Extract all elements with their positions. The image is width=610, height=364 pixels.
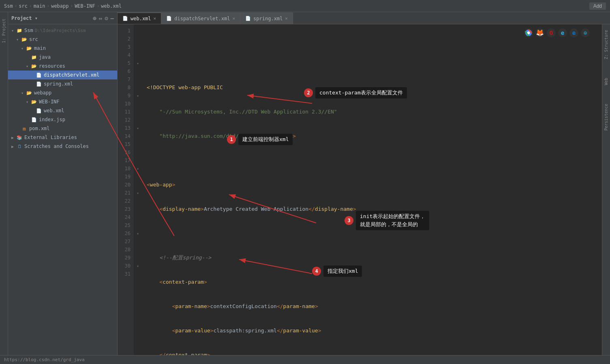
annotation-circle-3: 3 [345,216,353,225]
arrow-resources: ▾ [26,64,31,69]
fold-5[interactable]: ▾ [134,59,142,67]
opera-icon[interactable]: O [547,28,556,37]
tree-label-pom: pom.xml [29,126,50,131]
arrow-webinf: ▾ [26,100,31,104]
tree-item-resources[interactable]: ▾ 📂 resources [8,62,117,71]
fold-18[interactable]: ▾ [134,165,142,173]
tree-item-ssm[interactable]: ▾ 📁 Ssm D:\IdeaProjects\Ssm [8,26,117,35]
web-tab[interactable]: Web [603,75,609,88]
webxml-icon: 📄 [36,107,42,114]
top-bar-right: Add [589,2,606,10]
tab-webxml-icon: 📄 [122,16,128,21]
annotation-4: 4 指定我们xml [312,266,362,277]
ie-icon[interactable]: e [558,28,567,37]
annotation-label-2: context-param表示全局配置文件 [315,87,407,98]
top-bar: Ssm › src › main › webapp › WEB-INF › we… [0,0,610,12]
fold-21[interactable]: ▾ [134,189,142,197]
project-title: Project ▾ [11,15,38,21]
bc-webxml[interactable]: web.xml [101,3,122,9]
bc-main[interactable]: main [34,3,45,9]
editor-area: 📄 web.xml ✕ 📄 dispatchServlet.xml ✕ 📄 sp… [118,12,610,355]
annotation-label-1: 建立前端控制器xml [238,134,293,145]
extlibs-icon: 📚 [16,134,23,141]
tree-item-extlibs[interactable]: ▶ 📚 External Libraries [8,133,117,142]
tab-spring-icon: 📄 [245,16,251,21]
project-header-actions: ⊕ ⇔ ⚙ – [93,15,114,21]
bc-webapp[interactable]: webapp [51,3,68,9]
svg-line-3 [247,95,312,103]
svg-line-5 [239,259,312,274]
annotation-label-3: init表示起始的配置文件， 就是局部的，不是全局的 [356,211,429,230]
annotation-circle-2: 2 [304,88,313,97]
persistence-tab[interactable]: Persistence [603,101,609,133]
tree-item-indexjsp[interactable]: 📄 index.jsp [8,115,117,124]
main-icon: 📂 [26,45,32,51]
tab-webxml-close[interactable]: ✕ [154,16,156,21]
project-tab-left[interactable]: 1: Project [1,15,7,46]
add-button[interactable]: Add [589,2,606,10]
line-numbers: 1 2 3 4 5 6 7 8 9 10 11 12 13 14 15 16 1… [118,24,134,355]
tree-item-scratches[interactable]: ▶ 🗒 Scratches and Consoles [8,142,117,151]
tree-item-webxml[interactable]: 📄 web.xml [8,106,117,115]
breadcrumb: Ssm › src › main › webapp › WEB-INF › we… [4,3,122,9]
fold-9[interactable]: ▾ [134,92,142,100]
locate-icon[interactable]: ⊕ [93,15,96,21]
edge-icon[interactable]: e [569,28,578,37]
tree-label-webinf: WEB-INF [39,99,60,105]
arrow-main: ▾ [21,46,26,51]
annotation-circle-4: 4 [312,267,321,276]
tree-item-webinf[interactable]: ▾ 📂 WEB-INF [8,97,117,106]
resources-icon: 📂 [31,63,37,69]
arrow-webapp: ▾ [21,91,26,95]
side-tabs-right: Z: Structure Web Persistence [602,24,610,355]
ssm-path: D:\IdeaProjects\Ssm [35,28,86,33]
tree-item-pom[interactable]: m pom.xml [8,124,117,133]
tree-item-spring[interactable]: 📄 spring.xml [8,79,117,88]
tree-item-webapp[interactable]: ▾ 📂 webapp [8,88,117,97]
tab-spring[interactable]: 📄 spring.xml ✕ [240,13,293,24]
code-line-10: <param-name>contextConfigLocation</param… [147,302,597,310]
bc-src[interactable]: src [19,3,28,9]
annotation-2: 2 context-param表示全局配置文件 [304,87,407,98]
tree-item-java[interactable]: 📁 java [8,53,117,62]
bc-webinf[interactable]: WEB-INF [75,3,95,9]
code-editor[interactable]: 🦊 O e e ⊙ <!DOCTYPE web-a [142,24,602,355]
tree-label-ssm: Ssm [24,28,33,33]
structure-tab[interactable]: Z: Structure [603,28,609,62]
dispatch-xml-icon: 📄 [36,72,42,78]
scratches-icon: 🗒 [16,143,23,150]
indexjsp-icon: 📄 [31,116,37,123]
collapse-icon[interactable]: ⇔ [99,15,102,21]
tree-label-webxml: web.xml [44,108,64,113]
code-line-5: <web-app> [147,181,597,189]
tree-item-dispatchservlet[interactable]: 📄 dispatchServlet.xml [8,71,117,79]
side-tabs-left: 1: Project [0,12,8,355]
fold-26[interactable]: ▾ [134,229,142,238]
tree-item-main[interactable]: ▾ 📂 main [8,44,117,53]
annotation-circle-1: 1 [227,135,236,144]
tab-dispatch-close[interactable]: ✕ [232,16,235,21]
safari-icon[interactable]: ⊙ [581,28,590,37]
code-container: 1 2 3 4 5 6 7 8 9 10 11 12 13 14 15 16 1… [118,24,610,355]
code-line-7 [147,229,597,238]
tree-label-src: src [29,36,38,42]
tree-label-main: main [34,45,46,51]
tab-spring-close[interactable]: ✕ [285,16,288,21]
project-panel: Project ▾ ⊕ ⇔ ⚙ – ▾ 📁 Ssm D:\IdeaProject… [8,12,118,355]
chrome-icon[interactable] [524,28,533,37]
tab-dispatchservlet[interactable]: 📄 dispatchServlet.xml ✕ [161,13,240,24]
tab-webxml[interactable]: 📄 web.xml ✕ [118,13,161,24]
bc-ssm[interactable]: Ssm [4,3,13,9]
tree-item-src[interactable]: ▾ 📂 src [8,35,117,44]
code-line-11: <param-value>classpath:spring.xml</param… [147,327,597,335]
tab-webxml-label: web.xml [131,16,151,21]
project-icon: 📁 [16,27,23,34]
settings-icon[interactable]: ⚙ [105,15,108,21]
firefox-icon[interactable]: 🦊 [535,28,544,37]
fold-30[interactable]: ▾ [134,262,142,270]
fold-13[interactable]: ▾ [134,124,142,132]
status-url: https://blog.csdn.net/grd_java [4,357,85,362]
pom-icon: m [21,125,28,132]
hide-icon[interactable]: – [111,15,114,21]
tree-label-dispatch: dispatchServlet.xml [44,72,99,78]
